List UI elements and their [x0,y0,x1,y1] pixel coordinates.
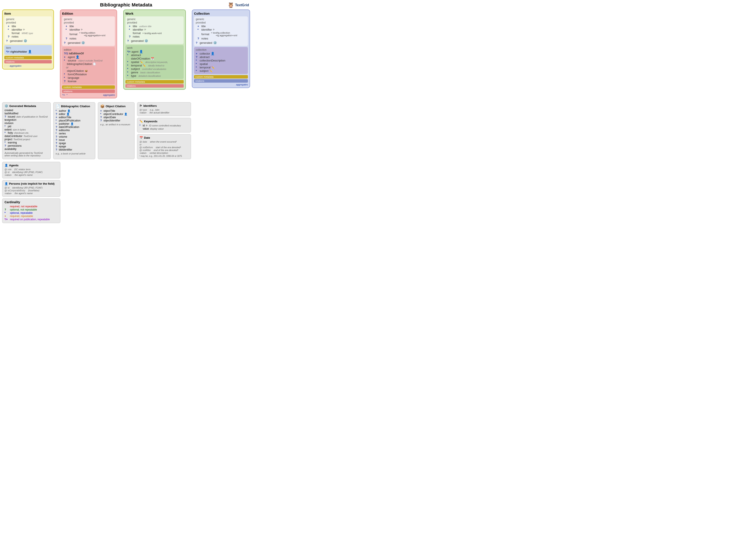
collection-abstract: ?abstract [196,55,246,59]
oc-footer: e.g., an artifact in a museum [100,123,132,126]
page-title: Bibliographic Metadata [2,2,250,8]
work-generic-box: generic provided +titleuniform title *id… [125,16,184,44]
edition-card: Edition generic provided +title *identif… [60,10,117,99]
collection-custom-meta: custom metadata [194,75,248,78]
pe-value: ‹value›the agent's name [5,192,58,195]
oc-objectidentifier: ?objectIdentifier [100,119,132,122]
work-type: *type detailed classification [127,74,182,77]
item-rightsholder: */+ rightsHolder 👤 [6,50,50,53]
bib-citation-title: 📄 Bibliographic Citation [56,104,93,108]
work-genre: *genre basic classification [127,71,182,74]
agents-box: 👤 Agents @ roleDC relator term @ idident… [2,162,60,179]
card-req-rep: + required, repeatable [5,215,58,218]
collection-section-label: collection [196,48,246,51]
edition-section-box: edition ?/1isEditionOf +agent 👤 *sourceo… [62,47,115,84]
edition-field-notes: ?notes [66,37,113,40]
collection-desc: *collectionDescription [196,59,246,62]
id-value: ‹value›the actual identifier [140,111,189,114]
work-card: Work generic provided +titleuniform titl… [123,10,186,90]
collection-subject: *subject ✏️ [196,69,246,72]
item-field-notes: ?notes [8,35,50,38]
item-generated: ?generated ⚙️ [6,39,50,42]
item-generic-box: generic provided +title *identifier 🏳 fo… [4,16,52,44]
item-generic-label: generic [6,18,50,21]
identifiers-box: 🏳 Identifiers @ typee.g., isbn ‹value›th… [137,102,191,116]
bc-volume: ?volume [56,135,93,138]
edition-field-format: format = text/tg.edition +tg.aggregation… [66,32,113,37]
bc-editor: ?editor 👤 [56,113,93,116]
collection-aggregates-label: aggregates [194,83,248,86]
item-card: Item generic provided +title *identifier… [2,10,54,70]
collection-card-title: Collection [194,12,248,15]
edition-aggregates-area: */+ * aggregates [62,94,115,96]
work-section-box: work */+agent 👤 *abstract dateOfCreation… [125,45,184,79]
edition-formofnotation: *formOfNotation [64,73,113,76]
collection-provided-label: provided [196,21,246,24]
bc-author: *author 👤 [56,109,93,112]
work-provided-label: provided [127,21,182,24]
item-provided-label: provided [6,21,50,24]
work-subject: *subject controlled vocabularies [127,67,182,70]
cardinality-box: Cardinality required, not repeatable ? o… [2,198,60,223]
card-req-pub: */+ required on publication, repeatable [5,218,58,221]
work-field-format: format = text/tg.work+xml [129,32,182,35]
gm-revision: revision [5,122,48,125]
logo-text: TextGrid [235,3,249,7]
edition-card-title: Edition [62,12,115,15]
bc-editionno: ?editionNo [56,129,93,132]
gm-issued: ?issueddate of publication in TextGrid [5,115,48,118]
collection-field-title: +title [198,25,246,28]
ag-value: ‹value›the agent's name [5,174,58,176]
card-required: required, not repeatable [5,205,58,208]
work-relations: relations [125,84,184,88]
collection-collector: +collector 👤 [196,52,246,55]
item-custom-meta: custom metadata [4,56,52,59]
edition-custom-meta: custom metadata [62,85,115,89]
generated-metadata-box: ⚙️ Generated Metadata created lastModifi… [2,102,51,159]
identifiers-title: 🏳 Identifiers [140,104,189,107]
ag-id: @ ididentifying URI (PND, FOAF) [5,171,58,173]
bottom-section: ⚙️ Generated Metadata created lastModifi… [2,102,250,223]
edition-provided-label: provided [64,21,113,24]
id-type: @ typee.g., isbn [140,108,189,111]
gm-lastmodified: lastModified [5,112,48,115]
edition-relations: relations [62,90,115,93]
bc-bibidentifier: ?bibIdentifier [56,148,93,151]
oc-objectdate: ?objectDate [100,116,132,119]
gm-pid: *pid [5,125,48,128]
date-notafter: @ notAfterend of the era denoted¹ [140,149,189,152]
card-optional: ? optional, not repeatable [5,208,58,211]
item-field-format: formatMIME type [8,32,50,35]
pe-id: @ ididentifying URI (PND, FOAF) [5,186,58,189]
edition-or: or [66,66,113,69]
obj-citation-box: 📦 Object Citation +objectTitle *objectCo… [98,102,135,159]
collection-generic-label: generic [196,18,246,21]
date-at: @ datewhen the event occurred¹ [140,140,189,143]
work-custom-meta: custom metadata [125,80,184,83]
edition-generated: ?generated ⚙️ [64,41,113,44]
date-or: or [140,143,189,146]
work-section-label: work [127,46,182,49]
ag-role: @ roleDC relator term [5,168,58,171]
keywords-title: ✏️ Keywords [140,120,189,123]
bc-spage: ?spage [56,142,93,145]
collection-generated: ?generated ⚙️ [196,41,246,44]
oc-objectcontributor: *objectContributor 👤 [100,113,132,116]
gm-availability: availability [5,148,48,151]
work-temporal: *temporal ✏️ ideally linked to [127,64,182,67]
gm-created: created [5,109,48,112]
work-dateofcreation: dateOfCreation 📅 [127,57,182,60]
gm-project: projectTextGrid project [5,138,48,141]
keywords-box: ✏️ Keywords *id 🏳 ID some controlled voc… [137,118,191,132]
edition-field-title: +title [66,25,113,28]
work-field-notes: ?notes [129,35,182,38]
work-abstract: *abstract [127,53,182,57]
logo: 🦉 TextGrid [228,2,249,8]
work-generated: ?generated ⚙️ [127,39,182,42]
collection-relations: relations [194,79,248,83]
gm-extent: extentsize in bytes [5,128,48,131]
item-field-title: +title [8,25,50,28]
agents-title: 👤 Agents [5,164,58,167]
collection-spatial: *spatial [196,62,246,66]
item-relations: relations [4,60,52,64]
